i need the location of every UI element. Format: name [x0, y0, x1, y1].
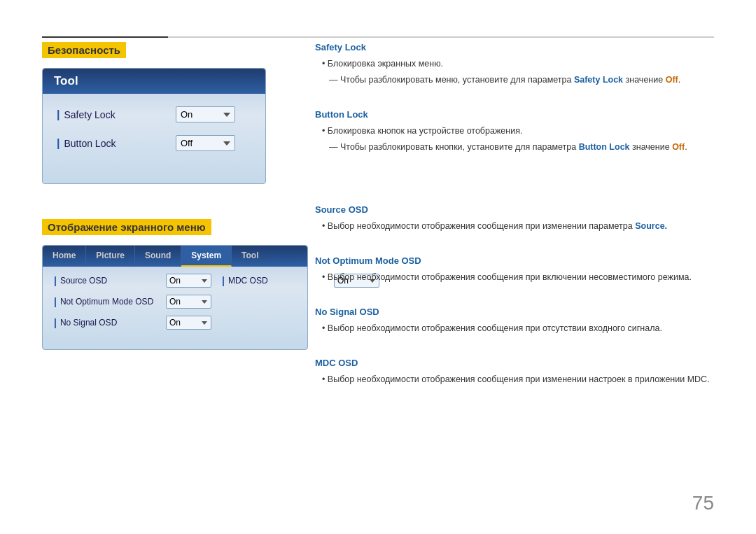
no-signal-osd-label: No Signal OSD: [54, 317, 166, 328]
no-signal-osd-select[interactable]: OnOff: [166, 316, 211, 330]
top-divider: [42, 36, 714, 38]
source-osd-heading: Source OSD: [315, 204, 714, 215]
section2-title: Отображение экранного меню: [42, 219, 211, 235]
tool-panel-title: Tool: [43, 69, 265, 94]
section2: Отображение экранного меню Home Picture …: [42, 219, 336, 350]
button-lock-row: Button Lock Off On: [57, 135, 251, 151]
tab-home[interactable]: Home: [43, 246, 86, 267]
section1-title: Безопасность: [42, 42, 126, 58]
button-lock-dash: Чтобы разблокировать кнопки, установите …: [315, 140, 714, 154]
section1: Безопасность Tool Safety Lock On Off: [42, 42, 336, 184]
source-osd-info: Source OSD Выбор необходимости отображен…: [315, 204, 714, 233]
mdc-osd-heading: MDC OSD: [315, 358, 714, 368]
no-signal-osd-bullet: Выбор необходимости отображения сообщени…: [315, 321, 714, 335]
button-lock-heading: Button Lock: [315, 109, 714, 120]
no-signal-osd-heading: No Signal OSD: [315, 307, 714, 317]
button-lock-select[interactable]: Off On: [176, 135, 235, 151]
osd-panel: Home Picture Sound System Tool Source OS…: [42, 245, 308, 350]
safety-lock-info: Safety Lock Блокировка экранных меню. Чт…: [315, 42, 714, 87]
tool-panel-body: Safety Lock On Off Button Lock Off On: [43, 94, 265, 183]
osd-tabs: Home Picture Sound System Tool: [43, 246, 307, 267]
not-optimum-osd-select[interactable]: OnOff: [166, 295, 211, 309]
mdc-osd-info: MDC OSD Выбор необходимости отображения …: [315, 358, 714, 386]
button-lock-info: Button Lock Блокировка кнопок на устройс…: [315, 109, 714, 154]
safety-lock-bullet: Блокировка экранных меню.: [315, 57, 714, 71]
not-optimum-osd-row: Not Optimum Mode OSD OnOff: [54, 295, 211, 309]
tab-tool[interactable]: Tool: [232, 246, 268, 267]
mdc-osd-bullet: Выбор необходимости отображения сообщени…: [315, 372, 714, 386]
right-column: Safety Lock Блокировка экранных меню. Чт…: [315, 42, 714, 409]
button-lock-bullet: Блокировка кнопок на устройстве отображе…: [315, 124, 714, 138]
source-osd-select[interactable]: OnOff: [166, 274, 211, 288]
osd-left-group: Source OSD OnOff Not Optimum Mode OSD: [54, 274, 211, 337]
not-optimum-osd-bullet: Выбор необходимости отображения сообщени…: [315, 270, 714, 284]
page-number: 75: [692, 492, 714, 514]
no-signal-osd-row: No Signal OSD OnOff: [54, 316, 211, 330]
button-lock-label: Button Lock: [57, 137, 176, 150]
not-optimum-osd-label: Not Optimum Mode OSD: [54, 296, 166, 307]
tab-system[interactable]: System: [181, 246, 232, 267]
not-optimum-osd-heading: Not Optimum Mode OSD: [315, 255, 714, 266]
tool-panel: Tool Safety Lock On Off Button Lock: [42, 68, 266, 184]
source-osd-row: Source OSD OnOff: [54, 274, 211, 288]
left-column: Безопасность Tool Safety Lock On Off: [42, 42, 336, 350]
no-signal-osd-info: No Signal OSD Выбор необходимости отобра…: [315, 307, 714, 335]
osd-body: Source OSD OnOff Not Optimum Mode OSD: [43, 267, 307, 349]
safety-lock-dash: Чтобы разблокировать меню, установите дл…: [315, 73, 714, 87]
safety-lock-select[interactable]: On Off: [176, 106, 235, 122]
safety-lock-row: Safety Lock On Off: [57, 106, 251, 122]
tab-sound[interactable]: Sound: [135, 246, 181, 267]
tab-picture[interactable]: Picture: [86, 246, 135, 267]
source-osd-label: Source OSD: [54, 275, 166, 286]
not-optimum-osd-info: Not Optimum Mode OSD Выбор необходимости…: [315, 255, 714, 284]
source-osd-bullet: Выбор необходимости отображения сообщени…: [315, 219, 714, 233]
safety-lock-heading: Safety Lock: [315, 42, 714, 52]
safety-lock-label: Safety Lock: [57, 108, 176, 121]
